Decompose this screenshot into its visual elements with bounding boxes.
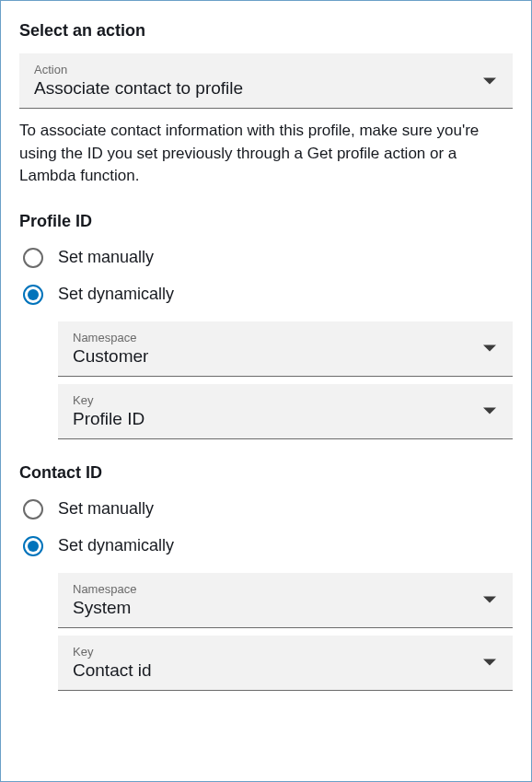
select-label: Namespace: [73, 582, 498, 596]
contact-id-title: Contact ID: [19, 463, 513, 483]
action-select[interactable]: Action Associate contact to profile: [19, 53, 513, 109]
profile-id-key-select[interactable]: Key Profile ID: [58, 384, 513, 439]
profile-id-dynamic-inputs: Namespace Customer Key Profile ID: [58, 321, 513, 439]
profile-id-set-manually-radio[interactable]: Set manually: [19, 248, 513, 268]
radio-label: Set dynamically: [58, 536, 174, 555]
action-select-label: Action: [34, 63, 498, 76]
select-value: Customer: [73, 346, 498, 367]
radio-label: Set manually: [58, 248, 154, 267]
chevron-down-icon: [483, 659, 496, 666]
radio-label: Set manually: [58, 499, 154, 519]
radio-icon: [23, 499, 43, 519]
profile-id-title: Profile ID: [19, 212, 513, 231]
select-label: Namespace: [73, 331, 498, 344]
select-label: Key: [73, 393, 498, 407]
radio-icon: [23, 536, 43, 556]
select-value: Contact id: [73, 660, 498, 681]
select-value: System: [73, 598, 498, 618]
contact-id-set-manually-radio[interactable]: Set manually: [19, 499, 513, 519]
select-value: Profile ID: [73, 409, 498, 429]
contact-id-key-select[interactable]: Key Contact id: [58, 636, 513, 691]
action-description: To associate contact information with th…: [19, 120, 513, 188]
chevron-down-icon: [483, 77, 496, 84]
radio-label: Set dynamically: [58, 285, 174, 304]
contact-id-radio-group: Set manually Set dynamically: [19, 499, 513, 556]
chevron-down-icon: [483, 408, 496, 414]
select-label: Key: [73, 645, 498, 659]
radio-icon: [23, 248, 43, 268]
radio-icon: [23, 285, 43, 305]
contact-id-namespace-select[interactable]: Namespace System: [58, 573, 513, 628]
contact-id-dynamic-inputs: Namespace System Key Contact id: [58, 573, 513, 691]
action-select-value: Associate contact to profile: [34, 78, 498, 99]
profile-id-set-dynamically-radio[interactable]: Set dynamically: [19, 285, 513, 305]
panel-title: Select an action: [19, 21, 513, 41]
profile-id-namespace-select[interactable]: Namespace Customer: [58, 321, 513, 377]
chevron-down-icon: [483, 345, 496, 352]
chevron-down-icon: [483, 597, 496, 603]
profile-id-radio-group: Set manually Set dynamically: [19, 248, 513, 305]
contact-id-set-dynamically-radio[interactable]: Set dynamically: [19, 536, 513, 556]
